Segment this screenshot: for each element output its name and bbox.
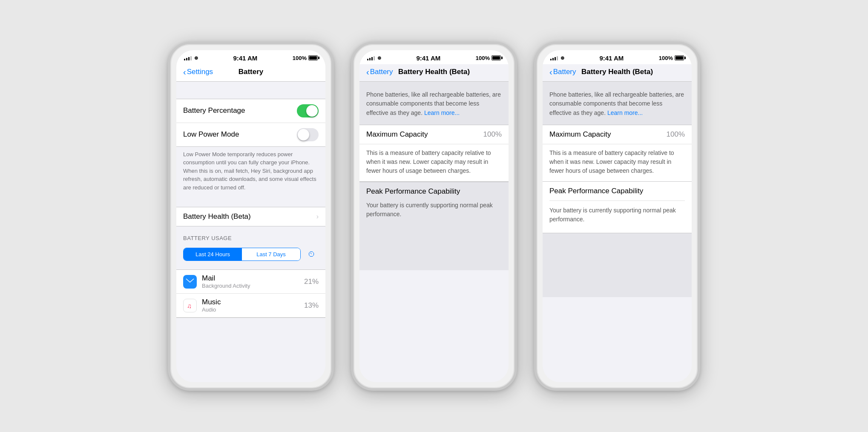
capacity-row: Maximum Capacity 100% [359,125,509,144]
battery-health-row[interactable]: Battery Health (Beta) › [176,207,325,226]
max-capacity-section-3: Maximum Capacity 100% This is a measure … [543,125,692,181]
capacity-label: Maximum Capacity [366,130,428,139]
signal-icon-3 [550,55,558,60]
mail-name: Mail [202,274,304,283]
status-right-1: 100% [293,55,318,61]
capacity-row-3: Maximum Capacity 100% [543,125,692,144]
status-bar-1: ⊛ 9:41 AM 100% [176,50,325,64]
back-label-3: Battery [553,68,576,76]
low-power-label: Low Power Mode [183,130,239,139]
peak-desc-3: Your battery is currently supporting nor… [549,206,685,224]
tab-7d[interactable]: Last 7 Days [242,248,300,260]
learn-more-link[interactable]: Learn more... [424,109,460,116]
status-time-1: 9:41 AM [233,54,257,62]
usage-tabs: Last 24 Hours Last 7 Days ⏲ [183,247,319,261]
battery-icon-3 [675,55,684,60]
bottom-spacer-3 [543,233,692,297]
max-capacity-section: Maximum Capacity 100% This is a measure … [359,125,509,182]
battery-icon-2 [491,55,501,60]
capacity-value-3: 100% [667,130,685,139]
wifi-icon-3: ⊛ [560,55,564,61]
back-label-1: Settings [187,68,213,76]
music-icon: ♫ [183,299,197,312]
capacity-value: 100% [483,130,502,139]
battery-percent-3: 100% [659,55,673,61]
signal-icon [184,55,192,60]
status-time-3: 9:41 AM [599,54,624,62]
back-chevron-2: ‹ [366,68,369,76]
health-intro-text: Phone batteries, like all rechargeable b… [366,90,502,118]
nav-header-2: ‹ Battery Battery Health (Beta) [359,64,509,82]
tab-group: Last 24 Hours Last 7 Days [183,248,301,261]
nav-header-1: ‹ Settings Battery [176,64,325,82]
music-percent: 13% [304,301,319,310]
battery-percent-1: 100% [293,55,307,61]
signal-icon-2 [367,55,375,60]
settings-section-1: Battery Percentage Low Power Mode [176,99,325,147]
nav-header-3: ‹ Battery Battery Health (Beta) [543,64,692,82]
battery-usage-header: BATTERY USAGE [176,226,325,244]
low-power-desc: Low Power Mode temporarily reduces power… [176,147,325,199]
status-left-1: ⊛ [184,55,198,61]
status-bar-3: ⊛ 9:41 AM 100% [543,50,692,64]
battery-percentage-toggle[interactable] [297,104,319,117]
health-intro-section-3: Phone batteries, like all rechargeable b… [543,82,692,125]
mail-icon [183,275,197,289]
music-sub: Audio [202,306,304,313]
capacity-desc: This is a measure of battery capacity re… [359,144,509,182]
music-name: Music [202,298,304,306]
mail-info: Mail Background Activity [202,274,304,289]
battery-health-label: Battery Health (Beta) [183,212,251,221]
status-right-2: 100% [476,55,501,61]
peak-section-3: Peak Performance Capability [543,181,692,201]
status-left-3: ⊛ [550,55,564,61]
battery-percentage-row: Battery Percentage [176,99,325,123]
battery-health-section: Battery Health (Beta) › [176,207,325,226]
peak-desc-section: Your battery is currently supporting nor… [359,201,509,228]
health-intro-section: Phone batteries, like all rechargeable b… [359,82,509,125]
peak-section: Peak Performance Capability [359,182,509,201]
chevron-right-icon: › [316,213,319,220]
screen-content-2: Phone batteries, like all rechargeable b… [359,82,509,382]
svg-text:♫: ♫ [187,302,192,309]
tab-24h[interactable]: Last 24 Hours [184,248,242,260]
peak-desc-section-3: Your battery is currently supporting nor… [543,201,692,233]
iphone-1: ⊛ 9:41 AM 100% ‹ Settings Battery [168,42,334,391]
mail-row: Mail Background Activity 21% [176,270,325,294]
back-link-1[interactable]: ‹ Settings [183,68,213,76]
wifi-icon: ⊛ [194,55,198,61]
battery-percentage-label: Battery Percentage [183,106,245,115]
bottom-spacer [359,228,509,270]
back-chevron-1: ‹ [183,68,186,76]
low-power-row: Low Power Mode [176,123,325,146]
screen-3: ⊛ 9:41 AM 100% ‹ Battery Battery Health … [543,50,692,382]
back-chevron-3: ‹ [549,68,552,76]
peak-label: Peak Performance Capability [366,187,502,201]
screen-2: ⊛ 9:41 AM 100% ‹ Battery Battery Health … [359,50,509,382]
app-usage-section: Mail Background Activity 21% ♫ Music Aud… [176,269,325,318]
learn-more-link-3[interactable]: Learn more... [607,109,643,116]
back-link-2[interactable]: ‹ Battery [366,68,393,76]
mail-percent: 21% [304,278,319,286]
screen-1: ⊛ 9:41 AM 100% ‹ Settings Battery [176,50,325,382]
screen-content-1: Battery Percentage Low Power Mode Low Po… [176,82,325,382]
peak-label-3: Peak Performance Capability [549,187,685,201]
battery-percent-2: 100% [476,55,490,61]
status-left-2: ⊛ [367,55,381,61]
clock-button[interactable]: ⏲ [305,247,319,261]
iphone-2: ⊛ 9:41 AM 100% ‹ Battery Battery Health … [351,42,517,391]
battery-icon-1 [308,55,318,60]
music-info: Music Audio [202,298,304,313]
status-time-2: 9:41 AM [416,54,440,62]
capacity-label-3: Maximum Capacity [549,130,611,139]
back-label-2: Battery [370,68,393,76]
screen-content-3: Phone batteries, like all rechargeable b… [543,82,692,382]
mail-sub: Background Activity [202,283,304,289]
low-power-toggle[interactable] [297,128,319,141]
wifi-icon-2: ⊛ [377,55,381,61]
back-link-3[interactable]: ‹ Battery [549,68,576,76]
status-right-3: 100% [659,55,684,61]
music-row: ♫ Music Audio 13% [176,294,325,318]
capacity-desc-3: This is a measure of battery capacity re… [543,144,692,181]
peak-desc: Your battery is currently supporting nor… [366,201,502,219]
